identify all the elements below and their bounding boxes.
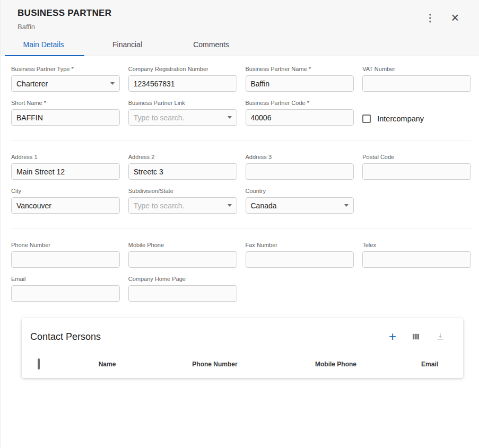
chevron-down-icon: [228, 204, 232, 207]
business-partner-name-label: Business Partner Name *: [246, 66, 354, 72]
column-header-email: Email: [396, 361, 463, 368]
intercompany-label: Intercompany: [377, 115, 424, 123]
field-email: Email: [11, 276, 120, 302]
contact-persons-actions: +: [387, 329, 455, 344]
country-value: Canada: [251, 201, 277, 210]
business-partner-type-value: Charterer: [16, 80, 48, 88]
field-business-partner-name: Business Partner Name *: [246, 66, 354, 92]
download-icon[interactable]: [433, 331, 447, 342]
field-phone-number: Phone Number: [11, 242, 120, 268]
page-title: BUSINESS PARTNER: [18, 8, 111, 19]
field-mobile-phone: Mobile Phone: [128, 242, 237, 268]
field-business-partner-type: Business Partner Type * Charterer: [11, 66, 120, 92]
email-label: Email: [11, 276, 120, 282]
field-postal-code: Postal Code: [362, 154, 471, 180]
fax-number-label: Fax Number: [246, 242, 354, 248]
postal-code-input[interactable]: [362, 163, 471, 180]
city-input[interactable]: [11, 197, 120, 214]
tab-financial[interactable]: Financial: [85, 33, 169, 56]
business-partner-dialog: BUSINESS PARTNER Baffin ⋮ × Main Details…: [0, 0, 479, 448]
empty-cell: [362, 188, 471, 214]
field-country: Country Canada: [246, 188, 354, 214]
address-3-input[interactable]: [246, 163, 354, 180]
telex-label: Telex: [362, 242, 471, 248]
address-1-input[interactable]: [11, 163, 120, 180]
contact-section: Phone Number Mobile Phone Fax Number Tel…: [11, 242, 471, 302]
field-vat-number: VAT Number: [362, 66, 471, 92]
add-contact-person-icon[interactable]: +: [387, 329, 398, 344]
field-company-registration-number: Company Registration Number: [128, 66, 237, 92]
address-2-input[interactable]: [128, 163, 237, 180]
contact-persons-header: Contact Persons +: [22, 318, 463, 350]
business-partner-type-label: Business Partner Type *: [11, 66, 120, 72]
field-company-home-page: Company Home Page: [128, 276, 237, 302]
short-name-input[interactable]: [11, 109, 120, 126]
phone-number-input[interactable]: [11, 251, 120, 268]
column-header-phone-number: Phone Number: [154, 361, 275, 368]
page-subtitle: Baffin: [18, 23, 111, 31]
field-subdivision-state: Subdivision/State Type to search.: [128, 188, 237, 214]
field-address-3: Address 3: [246, 154, 354, 180]
column-header-mobile-phone: Mobile Phone: [275, 361, 396, 368]
vat-number-label: VAT Number: [362, 66, 471, 72]
postal-code-label: Postal Code: [362, 154, 471, 160]
close-icon[interactable]: ×: [449, 10, 461, 25]
chevron-down-icon: [344, 204, 349, 207]
short-name-label: Short Name *: [11, 100, 120, 106]
select-all-checkbox[interactable]: [38, 358, 40, 370]
tab-bar: Main Details Financial Comments: [1, 33, 479, 56]
field-city: City: [11, 188, 120, 214]
field-telex: Telex: [362, 242, 471, 268]
contact-persons-title: Contact Persons: [30, 331, 101, 342]
field-business-partner-link: Business Partner Link Type to search.: [128, 100, 237, 126]
company-home-page-input[interactable]: [128, 285, 237, 302]
column-header-name: Name: [60, 361, 154, 368]
contact-persons-card: Contact Persons +: [22, 318, 463, 378]
header-actions: ⋮ ×: [423, 10, 468, 25]
main-details-form: Business Partner Type * Charterer Compan…: [1, 56, 479, 378]
tab-main-details[interactable]: Main Details: [2, 33, 85, 56]
business-partner-link-select[interactable]: Type to search.: [128, 109, 237, 126]
column-settings-icon[interactable]: [409, 331, 423, 342]
mobile-phone-input[interactable]: [128, 251, 237, 268]
empty-cell: [362, 276, 471, 302]
business-partner-name-input[interactable]: [246, 75, 354, 92]
mobile-phone-label: Mobile Phone: [128, 242, 237, 248]
business-partner-link-placeholder: Type to search.: [134, 113, 185, 122]
contact-persons-table-header: Name Phone Number Mobile Phone Email: [22, 350, 463, 378]
business-partner-code-input[interactable]: [246, 109, 354, 126]
intercompany-checkbox[interactable]: [362, 115, 371, 123]
business-partner-link-label: Business Partner Link: [128, 100, 237, 106]
vat-number-input[interactable]: [362, 75, 471, 92]
chevron-down-icon: [228, 116, 232, 119]
field-address-1: Address 1: [11, 154, 120, 180]
section-divider: [11, 228, 471, 229]
country-label: Country: [246, 188, 354, 194]
header-titles: BUSINESS PARTNER Baffin: [18, 8, 111, 31]
field-business-partner-code: Business Partner Code *: [246, 100, 354, 126]
address-1-label: Address 1: [11, 154, 120, 160]
business-partner-type-select[interactable]: Charterer: [11, 75, 120, 92]
field-address-2: Address 2: [128, 154, 237, 180]
city-label: City: [11, 188, 120, 194]
company-registration-number-label: Company Registration Number: [128, 66, 237, 72]
address-3-label: Address 3: [246, 154, 354, 160]
chevron-down-icon: [110, 82, 115, 85]
country-select[interactable]: Canada: [246, 197, 354, 214]
company-home-page-label: Company Home Page: [128, 276, 237, 282]
business-partner-code-label: Business Partner Code *: [246, 100, 354, 106]
dialog-header: BUSINESS PARTNER Baffin ⋮ ×: [1, 0, 479, 33]
company-registration-number-input[interactable]: [128, 75, 237, 92]
section-divider: [11, 140, 471, 140]
tab-comments[interactable]: Comments: [169, 33, 253, 56]
address-section: Address 1 Address 2 Address 3 Postal Cod…: [11, 154, 471, 214]
email-input[interactable]: [11, 285, 120, 302]
field-fax-number: Fax Number: [246, 242, 354, 268]
telex-input[interactable]: [362, 251, 471, 268]
kebab-menu-icon[interactable]: ⋮: [423, 12, 437, 24]
subdivision-state-select[interactable]: Type to search.: [128, 197, 237, 214]
fax-number-input[interactable]: [246, 251, 354, 268]
subdivision-state-placeholder: Type to search.: [134, 201, 185, 210]
phone-number-label: Phone Number: [11, 242, 120, 248]
field-intercompany: Intercompany: [362, 100, 471, 126]
